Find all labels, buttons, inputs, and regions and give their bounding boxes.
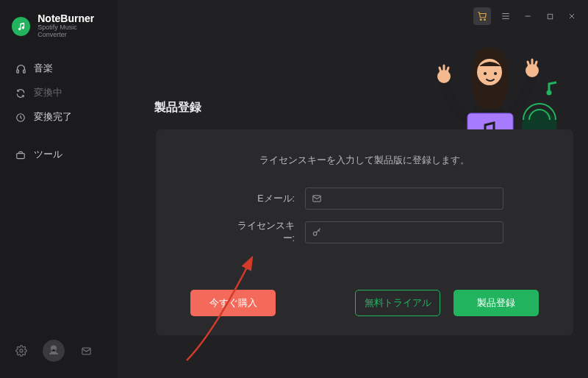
- window-controls: [473, 7, 579, 25]
- feedback-button[interactable]: [78, 343, 94, 359]
- buy-button[interactable]: 今すぐ購入: [190, 290, 276, 316]
- nav: 音楽 変換中 変換完了 ツール: [0, 52, 118, 167]
- brand-name: NoteBurner: [37, 13, 106, 24]
- sidebar-item-label: 変換完了: [34, 111, 72, 124]
- license-label: ライセンスキー:: [226, 220, 295, 245]
- cart-button[interactable]: [473, 7, 491, 25]
- register-card: ライセンスキーを入力して製品版に登録します。 Eメール: ライセンスキー:: [156, 129, 573, 335]
- register-form: Eメール: ライセンスキー:: [185, 188, 544, 245]
- email-input[interactable]: [328, 193, 497, 204]
- svg-point-7: [484, 19, 486, 21]
- license-field[interactable]: [305, 221, 503, 243]
- settings-button[interactable]: [13, 343, 29, 359]
- register-button[interactable]: 製品登録: [453, 290, 539, 316]
- brand-text: NoteBurner Spotify Music Converter: [37, 13, 106, 39]
- sidebar: NoteBurner Spotify Music Converter 音楽 変換…: [0, 0, 118, 378]
- page-title: 製品登録: [154, 100, 201, 115]
- license-input[interactable]: [328, 227, 497, 238]
- svg-point-10: [437, 70, 451, 83]
- clock-icon: [15, 112, 26, 124]
- refresh-icon: [15, 88, 26, 99]
- card-description: ライセンスキーを入力して製品版に登録します。: [185, 154, 544, 167]
- license-row: ライセンスキー:: [185, 220, 544, 245]
- card-buttons: 今すぐ購入 無料トライアル 製品登録: [185, 277, 544, 316]
- headphones-icon: [15, 63, 26, 75]
- svg-rect-0: [16, 70, 18, 73]
- svg-rect-8: [548, 14, 552, 18]
- illustration: [415, 34, 562, 144]
- email-field[interactable]: [305, 188, 503, 210]
- sidebar-item-tools[interactable]: ツール: [0, 143, 118, 167]
- trial-button[interactable]: 無料トライアル: [355, 290, 440, 316]
- sidebar-bottom: [0, 332, 118, 369]
- menu-button[interactable]: [498, 9, 513, 24]
- maximize-button[interactable]: [542, 9, 557, 24]
- svg-point-21: [313, 232, 317, 235]
- app-window: NoteBurner Spotify Music Converter 音楽 変換…: [0, 0, 588, 378]
- brand: NoteBurner Spotify Music Converter: [0, 13, 118, 52]
- svg-rect-1: [23, 70, 25, 73]
- avatar[interactable]: [43, 340, 65, 362]
- email-label: Eメール:: [226, 193, 295, 205]
- svg-point-14: [494, 72, 497, 75]
- app-logo-icon: [12, 17, 30, 36]
- sidebar-item-label: 音楽: [34, 63, 53, 75]
- main-panel: 製品登録: [118, 0, 588, 378]
- sidebar-item-converted[interactable]: 変換完了: [0, 105, 118, 129]
- sidebar-item-label: 変換中: [34, 87, 62, 99]
- close-button[interactable]: [564, 9, 579, 24]
- email-row: Eメール:: [185, 188, 544, 210]
- svg-point-4: [20, 349, 23, 352]
- minimize-button[interactable]: [520, 9, 535, 24]
- mail-icon: [312, 193, 322, 204]
- svg-point-11: [526, 64, 539, 77]
- svg-point-19: [547, 90, 552, 96]
- sidebar-item-label: ツール: [34, 149, 62, 161]
- toolbox-icon: [15, 149, 26, 161]
- key-icon: [312, 227, 322, 238]
- svg-rect-3: [17, 153, 25, 158]
- sidebar-item-converting[interactable]: 変換中: [0, 81, 118, 105]
- svg-point-6: [480, 19, 481, 21]
- brand-sub: Spotify Music Converter: [37, 24, 106, 39]
- svg-point-13: [484, 72, 487, 75]
- svg-point-12: [477, 59, 502, 85]
- sidebar-item-music[interactable]: 音楽: [0, 57, 118, 81]
